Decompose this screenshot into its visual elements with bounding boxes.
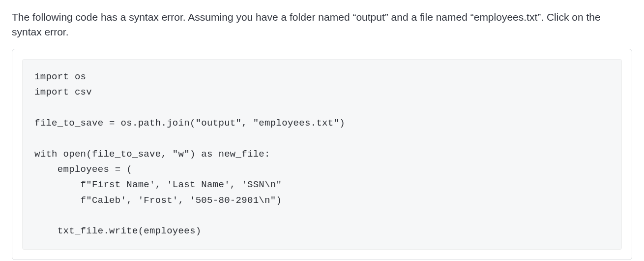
- question-instruction: The following code has a syntax error. A…: [12, 10, 632, 40]
- code-blank-line: [34, 208, 610, 224]
- code-line[interactable]: import csv: [34, 85, 610, 100]
- code-blank-line: [34, 131, 610, 146]
- code-block[interactable]: import osimport csvfile_to_save = os.pat…: [22, 59, 622, 250]
- code-blank-line: [34, 100, 610, 116]
- code-line[interactable]: with open(file_to_save, "w") as new_file…: [34, 147, 610, 162]
- code-line[interactable]: import os: [34, 69, 610, 85]
- code-line[interactable]: employees = (: [34, 162, 610, 177]
- code-line[interactable]: f"Caleb', 'Frost', '505-80-2901\n"): [34, 193, 610, 208]
- question-container: import osimport csvfile_to_save = os.pat…: [12, 49, 632, 260]
- code-line[interactable]: file_to_save = os.path.join("output", "e…: [34, 116, 610, 131]
- code-line[interactable]: f"First Name', 'Last Name', 'SSN\n": [34, 177, 610, 193]
- code-line[interactable]: txt_file.write(employees): [34, 224, 610, 239]
